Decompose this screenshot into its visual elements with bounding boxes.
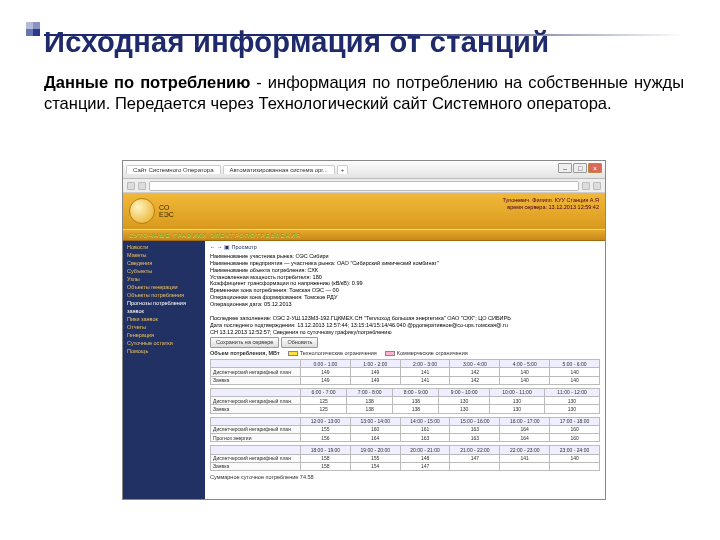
breadcrumb: ← → ▣ Просмотр (210, 244, 600, 251)
main-panel: ← → ▣ Просмотр Наименование участника ры… (205, 241, 605, 499)
data-table: 6:00 - 7:007:00 - 8:008:00 - 9:009:00 - … (210, 388, 600, 414)
slide-title: Исходная информация от станций (44, 26, 549, 59)
save-button[interactable]: Сохранить на сервере (210, 337, 279, 348)
home-icon[interactable] (593, 182, 601, 190)
refresh-button[interactable]: Обновить (281, 337, 318, 348)
reload-icon[interactable] (582, 182, 590, 190)
action-buttons: Сохранить на сервере Обновить (210, 337, 600, 348)
swatch-yellow (288, 351, 298, 356)
sidebar-item[interactable]: Объекты генерации (127, 284, 201, 292)
sidebar-item[interactable]: Сведения (127, 260, 201, 268)
legend-row: Объем потребления, МВт Технологические о… (210, 350, 600, 357)
browser-tab-1[interactable]: Сайт Системного Оператора (126, 165, 221, 174)
logo-text: СОЕЭС (159, 204, 174, 218)
url-input[interactable] (149, 181, 579, 191)
slide-description: Данные по потреблению - информация по по… (44, 72, 684, 114)
swatch-pink (385, 351, 395, 356)
sidebar-item[interactable]: Новости (127, 244, 201, 252)
minimize-icon[interactable]: – (558, 163, 572, 173)
tables-container: 0:00 - 1:001:00 - 2:002:00 - 3:003:00 - … (210, 359, 600, 471)
sidebar-item[interactable]: Узлы (127, 276, 201, 284)
desc-bold: Данные по потреблению (44, 73, 250, 91)
address-bar (123, 179, 605, 193)
window-controls: – □ × (558, 163, 602, 173)
sidebar-item[interactable]: Отчеты (127, 324, 201, 332)
sidebar-item[interactable]: Прогнозы потребления заявок (127, 300, 201, 316)
info-block: Наименование участника рынка: ОЭС Сибири… (210, 253, 600, 336)
sidebar-item[interactable]: Субъекты (127, 268, 201, 276)
data-table: 0:00 - 1:001:00 - 2:002:00 - 3:003:00 - … (210, 359, 600, 385)
data-table: 18:00 - 19:0019:00 - 20:0020:00 - 21:002… (210, 445, 600, 471)
site-banner: СОЕЭС Тупоневич. Филипп. КУУ Станция А.Я… (123, 193, 605, 229)
sidebar-item[interactable]: Объекты потребления (127, 292, 201, 300)
sidebar: НовостиМакетыСведенияСубъектыУзлыОбъекты… (123, 241, 205, 499)
close-icon[interactable]: × (588, 163, 602, 173)
forward-icon[interactable] (138, 182, 146, 190)
title-bullet (26, 22, 40, 36)
back-icon[interactable] (127, 182, 135, 190)
maximize-icon[interactable]: □ (573, 163, 587, 173)
browser-tabbar: Сайт Системного Оператора Автоматизирова… (123, 161, 605, 179)
data-table: 12:00 - 13:0013:00 - 14:0014:00 - 15:001… (210, 417, 600, 443)
legend-title: Объем потребления, МВт (210, 350, 280, 357)
footer-note: Суммарное суточное потребление 74.58 (210, 474, 600, 481)
section-header: СУТОЧНЫЕ ГРАФИКИ ЭЛЕКТРОПОТРЕБЛЕНИЯ (123, 229, 605, 241)
sidebar-item[interactable]: Пики заявок (127, 316, 201, 324)
new-tab-button[interactable]: + (337, 165, 349, 174)
browser-tab-2[interactable]: Автоматизированная система орг... (223, 165, 335, 174)
sidebar-item[interactable]: Генерация (127, 332, 201, 340)
screenshot-frame: Сайт Системного Оператора Автоматизирова… (122, 160, 606, 500)
banner-userinfo: Тупоневич. Филипп. КУУ Станция А.Я время… (502, 197, 599, 211)
logo-icon (129, 198, 155, 224)
sidebar-item[interactable]: Суточные остатки (127, 340, 201, 348)
sidebar-item[interactable]: Помощь (127, 348, 201, 356)
sidebar-item[interactable]: Макеты (127, 252, 201, 260)
